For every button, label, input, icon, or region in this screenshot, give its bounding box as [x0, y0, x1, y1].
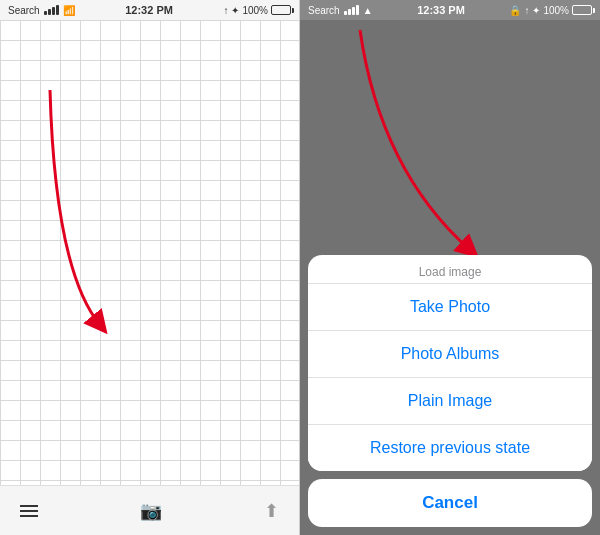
- right-status-bar: Search ▲ 12:33 PM 🔒 ↑ ✦ 100%: [300, 0, 600, 20]
- battery-icon-right: [572, 5, 592, 15]
- left-status-bar: Search 📶 12:32 PM ↑ ✦ 100%: [0, 0, 299, 20]
- arrow-left-indicator: [30, 70, 130, 350]
- battery-pct-right: 100%: [543, 5, 569, 16]
- signal-icon-right: [344, 5, 359, 15]
- wifi-icon-left: 📶: [63, 5, 75, 16]
- search-label-right: Search: [308, 5, 340, 16]
- left-screen: Search 📶 12:32 PM ↑ ✦ 100%: [0, 0, 300, 535]
- arrow-right-indicator: [300, 20, 560, 280]
- wifi-icon-right: ▲: [363, 5, 373, 16]
- right-status-left: Search ▲: [308, 5, 373, 16]
- action-sheet-title: Load image: [308, 255, 592, 284]
- share-icon[interactable]: ⬆: [264, 500, 279, 522]
- action-take-photo[interactable]: Take Photo: [308, 284, 592, 331]
- left-status-right: ↑ ✦ 100%: [223, 5, 291, 16]
- left-toolbar: 📷 ⬆: [0, 485, 299, 535]
- search-label-left: Search: [8, 5, 40, 16]
- lock-icon-right: 🔒: [509, 5, 521, 16]
- left-canvas[interactable]: [0, 20, 299, 485]
- hamburger-icon[interactable]: [20, 505, 38, 517]
- bluetooth-icon-right: ✦: [532, 5, 540, 16]
- battery-icon-left: [271, 5, 291, 15]
- action-restore-state[interactable]: Restore previous state: [308, 425, 592, 471]
- arrow-icon-left: ↑: [223, 5, 228, 16]
- arrow-icon-right: ↑: [524, 5, 529, 16]
- action-sheet-main: Load image Take Photo Photo Albums Plain…: [308, 255, 592, 471]
- right-time: 12:33 PM: [417, 4, 465, 16]
- bluetooth-icon-left: ✦: [231, 5, 239, 16]
- right-screen: Search ▲ 12:33 PM 🔒 ↑ ✦ 100%: [300, 0, 600, 535]
- action-photo-albums[interactable]: Photo Albums: [308, 331, 592, 378]
- camera-icon[interactable]: 📷: [140, 500, 162, 522]
- left-status-left: Search 📶: [8, 5, 75, 16]
- action-sheet: Load image Take Photo Photo Albums Plain…: [300, 247, 600, 535]
- action-cancel[interactable]: Cancel: [308, 479, 592, 527]
- battery-pct-left: 100%: [242, 5, 268, 16]
- right-status-right: 🔒 ↑ ✦ 100%: [509, 5, 592, 16]
- action-plain-image[interactable]: Plain Image: [308, 378, 592, 425]
- signal-icon-left: [44, 5, 59, 15]
- left-time: 12:32 PM: [125, 4, 173, 16]
